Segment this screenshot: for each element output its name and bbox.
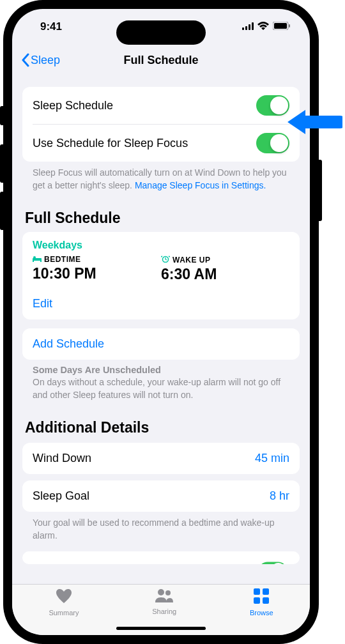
additional-details-header: Additional Details <box>25 419 297 436</box>
alarm-icon <box>161 255 170 264</box>
manage-focus-link[interactable]: Manage Sleep Focus in Settings. <box>135 180 266 190</box>
page-title: Full Schedule <box>123 54 198 67</box>
tab-bar: Summary Sharing Browse <box>12 584 310 635</box>
svg-rect-1 <box>245 26 247 30</box>
unscheduled-title: Some Days Are Unscheduled <box>22 360 300 375</box>
use-focus-toggle[interactable] <box>256 133 289 153</box>
chevron-left-icon <box>21 53 29 67</box>
back-button[interactable]: Sleep <box>21 53 60 67</box>
tab-sharing-label: Sharing <box>152 608 176 615</box>
focus-footer: Sleep Focus will automatically turn on a… <box>22 162 300 192</box>
wind-down-value: 45 min <box>255 452 289 465</box>
heart-icon <box>56 588 72 608</box>
sleep-schedule-label: Sleep Schedule <box>33 99 113 112</box>
use-focus-label: Use Schedule for Sleep Focus <box>33 137 188 150</box>
svg-rect-5 <box>274 23 287 29</box>
add-schedule-button[interactable]: Add Schedule <box>22 328 300 360</box>
weekdays-schedule-card: Weekdays BEDTIME 10:30 PM <box>22 232 300 319</box>
sleep-schedule-row: Sleep Schedule <box>22 87 300 124</box>
wakeup-value: 6:30 AM <box>161 266 289 283</box>
svg-point-10 <box>33 256 36 259</box>
svg-rect-9 <box>40 260 42 262</box>
tab-summary[interactable]: Summary <box>49 588 79 635</box>
sleep-schedule-toggle[interactable] <box>256 95 289 116</box>
cellular-icon <box>242 20 254 33</box>
wind-down-row[interactable]: Wind Down 45 min <box>22 443 300 474</box>
battery-icon <box>273 20 291 33</box>
sleep-goal-value: 8 hr <box>270 489 289 503</box>
dynamic-island <box>116 20 206 45</box>
home-indicator[interactable] <box>116 627 206 630</box>
svg-rect-14 <box>254 588 260 595</box>
sleep-goal-row[interactable]: Sleep Goal 8 hr <box>22 480 300 512</box>
tab-summary-label: Summary <box>49 609 79 617</box>
svg-rect-15 <box>263 588 269 595</box>
wakeup-label: WAKE UP <box>172 256 211 264</box>
tab-browse[interactable]: Browse <box>250 588 273 635</box>
partial-row[interactable] <box>22 551 300 564</box>
goal-footer: Your goal will be used to recommend a be… <box>22 512 300 542</box>
wind-down-label: Wind Down <box>33 452 91 465</box>
bedtime-label: BEDTIME <box>44 255 81 264</box>
back-label: Sleep <box>31 54 60 67</box>
svg-rect-6 <box>289 24 290 27</box>
bedtime-value: 10:30 PM <box>33 265 161 282</box>
callout-arrow <box>288 107 342 137</box>
grid-icon <box>254 588 269 608</box>
wifi-icon <box>257 20 269 33</box>
unscheduled-body: On days without a schedule, your wake-up… <box>22 375 300 401</box>
navigation-bar: Sleep Full Schedule <box>12 45 310 75</box>
svg-rect-3 <box>252 22 254 30</box>
tab-browse-label: Browse <box>250 609 273 617</box>
svg-point-12 <box>158 589 164 595</box>
full-schedule-header: Full Schedule <box>25 210 297 227</box>
svg-rect-17 <box>263 597 269 604</box>
use-focus-row: Use Schedule for Sleep Focus <box>22 125 300 162</box>
schedule-name: Weekdays <box>33 240 289 251</box>
edit-button[interactable]: Edit <box>33 297 289 310</box>
svg-rect-0 <box>242 27 244 30</box>
svg-rect-2 <box>249 24 250 30</box>
svg-rect-16 <box>254 597 260 604</box>
partial-toggle[interactable] <box>259 562 287 564</box>
sleep-goal-label: Sleep Goal <box>33 489 89 503</box>
people-icon <box>155 588 174 606</box>
status-time: 9:41 <box>40 20 62 33</box>
bed-icon <box>33 255 42 264</box>
svg-rect-8 <box>33 260 34 262</box>
svg-point-13 <box>165 590 171 595</box>
